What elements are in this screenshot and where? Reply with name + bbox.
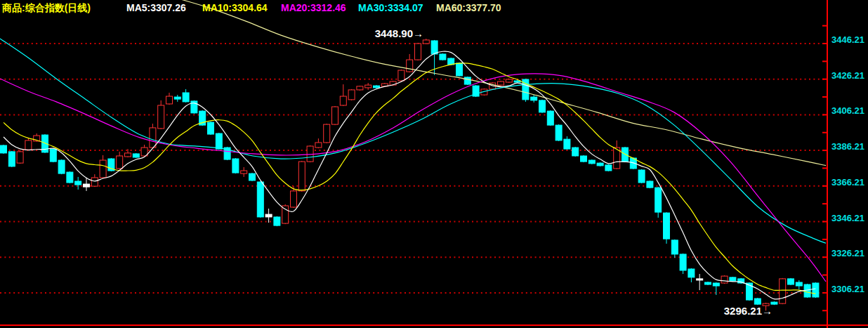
- low-annotation: 3296.21→: [724, 305, 772, 317]
- axis-label-3446.21: 3446.21: [831, 34, 864, 45]
- axis-label-3326.21: 3326.21: [831, 248, 864, 258]
- axis-label-3386.21: 3386.21: [831, 141, 864, 152]
- axis-label-3366.21: 3366.21: [831, 177, 864, 188]
- candlestick-chart[interactable]: 3446.213426.213406.213386.213366.213346.…: [0, 0, 868, 328]
- high-annotation: 3448.90→: [375, 27, 423, 39]
- axis-label-3426.21: 3426.21: [831, 70, 864, 81]
- trading-chart-window: 3446.213426.213406.213386.213366.213346.…: [0, 0, 868, 328]
- axis-label-3406.21: 3406.21: [831, 105, 864, 116]
- axis-label-3346.21: 3346.21: [831, 213, 864, 223]
- axis-label-3306.21: 3306.21: [831, 284, 864, 294]
